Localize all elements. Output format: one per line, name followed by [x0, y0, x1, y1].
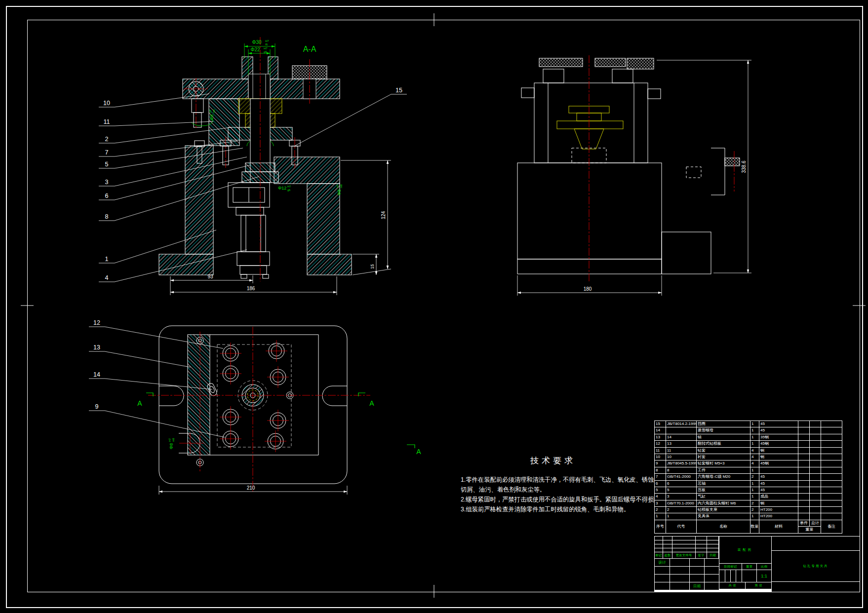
bom-cell: 4: [655, 494, 666, 499]
balloon-14: 14: [93, 371, 100, 378]
front-section-view: [159, 37, 352, 281]
bom-cell: 6: [655, 481, 666, 487]
section-arrow-a-left: A: [137, 399, 142, 407]
body-right-arm: [274, 157, 340, 184]
clamp-screw: [725, 158, 740, 166]
svg-text:H7: H7: [287, 185, 291, 188]
balloon-11: 11: [104, 118, 110, 125]
dim-dia30-text: Φ30: [252, 39, 262, 45]
balloon-3: 3: [105, 179, 109, 186]
dim-dia8-mid: Φ8 H7 m6: [336, 184, 343, 195]
base-block: [517, 163, 662, 259]
sheet-number: 第 张: [746, 582, 771, 589]
doc-title: 装配图: [719, 536, 771, 563]
bom-cell: 15: [655, 421, 666, 427]
rev-count-label: 处数: [663, 552, 672, 558]
bom-header-qty: 数量: [750, 520, 759, 533]
balloon-2: 2: [105, 136, 109, 143]
scale-value: 1:1: [757, 570, 771, 582]
knurled-nut: [627, 58, 654, 69]
balloon-1: 1: [105, 256, 109, 263]
sheet-count: 共 张: [719, 582, 745, 589]
title-block: 标记 处数 更改文件号 签字 日期 设计 日期 装配图 阶段标记 重量 比例: [654, 536, 860, 592]
svg-text:f6: f6: [265, 43, 268, 46]
balloon-15: 15: [395, 87, 402, 94]
bom-header-mat: 材料: [759, 520, 798, 533]
bom-cell: 12: [655, 441, 666, 447]
tech-requirement-item: 2.螺母紧固时，严禁打击或使用不合适的旋具和扳手。紧固后螺母不得损坏。: [461, 496, 666, 504]
stage-label: 阶段标记: [719, 564, 742, 570]
svg-text:Φ8: Φ8: [209, 115, 214, 120]
svg-text:H7: H7: [336, 185, 339, 188]
dim-338: 338.6: [741, 160, 747, 173]
svg-text:15: 15: [370, 264, 375, 269]
bom-cell: 13: [655, 434, 666, 440]
cad-drawing-canvas: Φ30 H7 f6 Φ22 H7 g6 A-A Φ12 H7 g6 Φ8 H7 …: [0, 0, 868, 613]
balloon-12: 12: [93, 319, 100, 326]
workpiece-profile: [557, 106, 623, 149]
svg-text:H7: H7: [168, 438, 171, 442]
dim-dia8-plan: Φ8 H7 m6: [168, 438, 175, 449]
svg-text:m6: m6: [172, 438, 175, 442]
bom-header-name: 名称: [697, 520, 750, 533]
bom-cell: 1: [655, 513, 666, 519]
bom-cell: 9: [655, 460, 666, 466]
svg-text:H7: H7: [209, 110, 212, 113]
bom-cell: 11: [655, 448, 666, 454]
bom-header-unit: 单件: [798, 520, 809, 526]
dim-dia22-text: Φ22: [250, 47, 260, 52]
bom-cell: 10: [655, 454, 666, 460]
dim-15: [353, 254, 379, 275]
rev-date-label: 日期: [707, 552, 718, 558]
balloon-13: 13: [93, 344, 100, 351]
tech-requirements-title: 技术要求: [474, 455, 632, 466]
balloon-5: 5: [105, 161, 109, 168]
plan-view: [148, 326, 370, 492]
rev-sign-label: 签字: [696, 552, 707, 558]
section-arrow-a-right: A: [369, 399, 374, 407]
plan-annotations: A A A Φ8 H7 m6 210 12 13 14 9: [89, 319, 421, 495]
bom-header-total: 总计: [810, 520, 821, 526]
rev-mark-label: 标记: [655, 552, 663, 558]
svg-text:g6: g6: [287, 189, 290, 192]
body-left-column: [185, 146, 213, 254]
design-label: 设计: [655, 559, 670, 566]
bom-header-note: 备注: [821, 520, 842, 533]
bom-header-weight: 重量: [798, 527, 821, 533]
tech-requirement-item: 1.零件在装配前必须清理和清洗干净，不得有毛刺、飞边、氧化皮、锈蚀、: [461, 476, 660, 484]
body-right-foot: [307, 254, 352, 275]
svg-text:H7: H7: [264, 47, 268, 50]
balloon-9: 9: [95, 403, 99, 410]
tech-requirement-item: 切屑、油污、着色剂和灰尘等。: [461, 486, 546, 494]
svg-text:H7: H7: [265, 39, 269, 42]
product-name: 钻孔专用夹具: [772, 551, 860, 581]
balloon-7: 7: [105, 149, 109, 156]
svg-text:210: 210: [247, 485, 255, 491]
tech-requirement-item: 3.组装前严格检查并清除零件加工时残留的锐角、毛刺和异物。: [461, 505, 630, 514]
dim-dia12-text: Φ12: [278, 186, 286, 191]
balloon-6: 6: [105, 192, 109, 199]
section-arrow-a-end: A: [416, 448, 421, 456]
svg-text:186: 186: [247, 286, 255, 291]
air-cylinder: [228, 183, 270, 278]
bom-cell: 3: [655, 500, 666, 506]
svg-text:m6: m6: [212, 109, 215, 113]
balloon-10: 10: [103, 100, 110, 107]
scale-label: 比例: [757, 564, 771, 570]
date-label: 日期: [690, 582, 704, 590]
svg-text:Φ8: Φ8: [169, 443, 174, 449]
title-block-middle: 装配图 阶段标记 重量 比例 1:1 共 张 第 张: [719, 536, 771, 592]
balloon-8: 8: [105, 213, 109, 220]
bom-cell: 7: [655, 474, 666, 480]
side-view: [517, 55, 740, 282]
dim-180: 180: [584, 286, 592, 292]
svg-text:Φ8: Φ8: [337, 190, 342, 195]
knurled-nut: [539, 58, 583, 67]
svg-text:m6: m6: [340, 184, 343, 188]
knurled-nut: [595, 58, 626, 67]
svg-text:g6: g6: [264, 50, 267, 53]
svg-text:124: 124: [381, 211, 386, 219]
section-label: A-A: [303, 45, 316, 53]
bom-cell: 14: [655, 427, 666, 433]
side-dimensions: 338.6 180: [517, 60, 751, 296]
